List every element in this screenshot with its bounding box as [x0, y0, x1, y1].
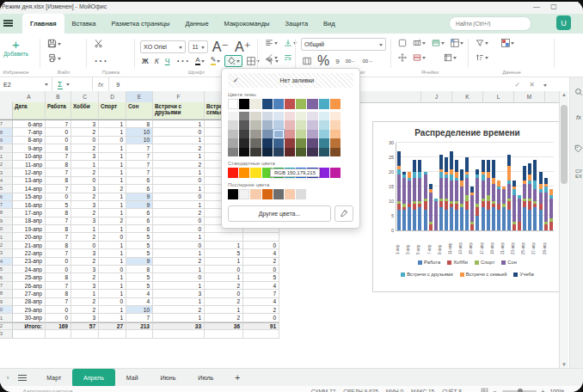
- cell[interactable]: 7: [46, 249, 71, 257]
- cell[interactable]: Работа: [46, 102, 71, 119]
- tint-color-swatch[interactable]: [273, 120, 284, 129]
- cell[interactable]: 0: [243, 242, 279, 249]
- cell[interactable]: 7: [126, 144, 153, 152]
- cell[interactable]: 4: [243, 282, 279, 290]
- cell[interactable]: 1: [99, 273, 126, 281]
- user-avatar[interactable]: U: [556, 15, 571, 30]
- cell[interactable]: 5: [126, 282, 153, 290]
- sheet-tab-апрель[interactable]: Апрель: [72, 369, 115, 387]
- insert-column-button[interactable]: [411, 38, 427, 48]
- cell[interactable]: 0: [46, 258, 71, 266]
- cut-button[interactable]: [92, 38, 105, 49]
- tint-color-swatch[interactable]: [262, 120, 273, 129]
- sheet-list-icon[interactable]: [18, 377, 27, 379]
- percent-format-button[interactable]: %: [316, 52, 331, 70]
- cell[interactable]: 1: [99, 306, 126, 314]
- cell[interactable]: 7: [46, 153, 71, 161]
- cell[interactable]: 4: [126, 298, 153, 306]
- cell[interactable]: 3: [71, 266, 99, 273]
- zoom-out-button[interactable]: −: [494, 389, 497, 392]
- chart-object[interactable]: Распределение времени 051015202530 1-апр…: [372, 121, 562, 292]
- cell[interactable]: 0: [243, 266, 279, 273]
- cell[interactable]: 5: [126, 273, 153, 281]
- menu-tab-вставка[interactable]: Вставка: [64, 14, 104, 34]
- cell[interactable]: 9-апр: [13, 144, 46, 152]
- cell[interactable]: 1: [99, 144, 126, 152]
- named-ranges-icon[interactable]: [570, 141, 583, 156]
- row-header-31[interactable]: 31: [0, 314, 13, 322]
- row-header-25[interactable]: 25: [0, 266, 13, 273]
- cell[interactable]: 0: [46, 266, 71, 273]
- cell[interactable]: 7: [46, 233, 71, 241]
- theme-color-swatch[interactable]: [307, 99, 317, 109]
- cell[interactable]: 4: [243, 298, 279, 306]
- recent-color-swatch[interactable]: [296, 189, 306, 199]
- cell[interactable]: 19-апр: [13, 225, 46, 233]
- increase-decimal-button[interactable]: 00→: [360, 58, 375, 64]
- cell[interactable]: 3: [71, 153, 99, 161]
- align-horizontal-button[interactable]: [263, 38, 279, 48]
- tint-color-swatch[interactable]: [285, 148, 295, 156]
- tint-color-swatch[interactable]: [319, 130, 329, 138]
- comma-format-button[interactable]: 9: [334, 57, 341, 66]
- sheet-tab-июнь[interactable]: Июнь: [150, 369, 187, 387]
- cell[interactable]: 6: [126, 177, 153, 185]
- rotate-text-button[interactable]: [263, 52, 279, 63]
- cell[interactable]: 21-апр: [13, 242, 46, 249]
- row-header-27[interactable]: 27: [0, 282, 13, 290]
- cell[interactable]: [243, 233, 279, 241]
- cell[interactable]: 4: [243, 249, 279, 257]
- menu-tab-данные[interactable]: Данные: [177, 14, 216, 34]
- cell[interactable]: 7: [126, 153, 153, 161]
- scrollbar-thumb[interactable]: [561, 105, 568, 184]
- tint-color-swatch[interactable]: [330, 130, 341, 138]
- cell[interactable]: 0: [153, 217, 205, 225]
- tint-color-swatch[interactable]: [250, 130, 261, 138]
- tint-color-swatch[interactable]: [307, 130, 317, 138]
- cell[interactable]: Встречи с друзьями: [153, 102, 205, 119]
- cell[interactable]: 2: [153, 161, 205, 168]
- edit-more-button[interactable]: ···: [92, 52, 109, 70]
- cell[interactable]: 4: [126, 290, 153, 297]
- cell[interactable]: 0: [153, 242, 205, 249]
- cell[interactable]: 0: [71, 137, 99, 144]
- cell[interactable]: 8: [46, 161, 71, 168]
- cell[interactable]: Хобби: [71, 102, 99, 119]
- cell[interactable]: 1: [99, 161, 126, 168]
- cell[interactable]: 7: [46, 298, 71, 306]
- tint-color-swatch[interactable]: [296, 130, 306, 138]
- cell[interactable]: 213: [126, 322, 153, 330]
- cell[interactable]: 1: [153, 137, 205, 144]
- cell[interactable]: 5: [243, 273, 279, 281]
- merge-cells-button[interactable]: [301, 56, 313, 66]
- cell[interactable]: 0: [153, 128, 205, 136]
- search-input[interactable]: [449, 16, 531, 31]
- cell[interactable]: 0: [71, 177, 99, 185]
- add-favorite-button[interactable]: + Добавить: [0, 39, 40, 58]
- cell[interactable]: [205, 233, 243, 241]
- row-header-24[interactable]: 24: [0, 258, 13, 266]
- column-header-B[interactable]: B: [46, 91, 71, 102]
- cell[interactable]: 1: [71, 225, 99, 233]
- row-header-21[interactable]: 21: [0, 233, 13, 241]
- cell[interactable]: 27-апр: [13, 290, 46, 297]
- cell[interactable]: 2: [153, 306, 205, 314]
- tint-color-swatch[interactable]: [330, 112, 341, 120]
- cell[interactable]: 6: [126, 217, 153, 225]
- tint-color-swatch[interactable]: [228, 130, 238, 138]
- move-cells-button[interactable]: [396, 52, 408, 63]
- row-header-9[interactable]: 9: [0, 137, 13, 144]
- tint-color-swatch[interactable]: [296, 148, 306, 156]
- cell[interactable]: 0: [99, 266, 126, 273]
- cell[interactable]: 28-апр: [13, 298, 46, 306]
- cell[interactable]: 2: [205, 298, 243, 306]
- recent-color-swatch[interactable]: [262, 189, 273, 199]
- cell[interactable]: 1: [99, 314, 126, 322]
- eyedropper-button[interactable]: [334, 205, 353, 222]
- cell[interactable]: 3: [71, 282, 99, 290]
- column-header-D[interactable]: D: [99, 91, 126, 102]
- cell[interactable]: Дата: [13, 102, 46, 119]
- cell[interactable]: 1: [99, 225, 126, 233]
- insert-row-button[interactable]: [430, 38, 446, 48]
- tint-color-swatch[interactable]: [273, 148, 284, 156]
